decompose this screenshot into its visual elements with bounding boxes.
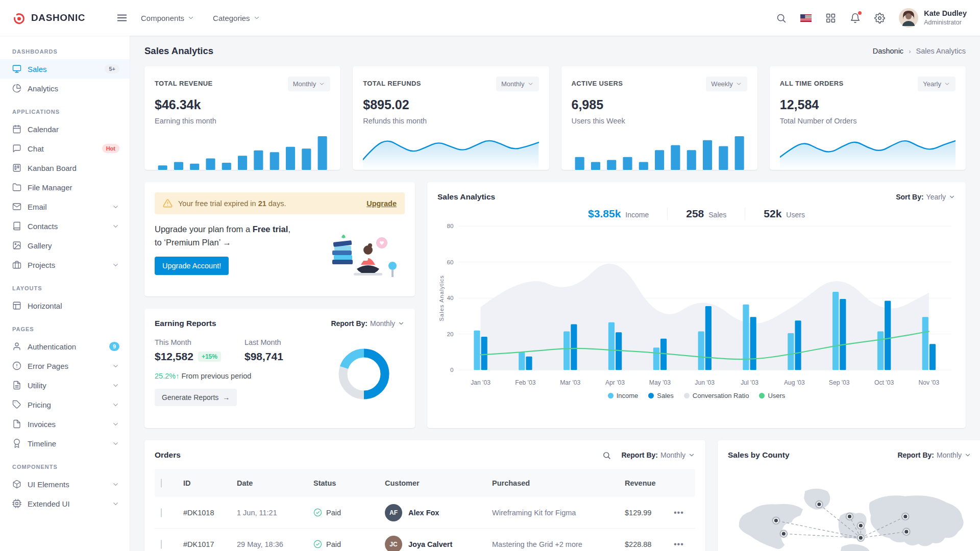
order-purchased: Mastering the Grid +2 more — [492, 540, 625, 548]
sidebar-item-error-pages[interactable]: Error Pages — [0, 356, 130, 375]
legend-sales[interactable]: Sales — [648, 392, 674, 399]
arrow-right-icon: → — [223, 393, 230, 402]
svg-text:0: 0 — [450, 366, 454, 373]
period-dropdown[interactable]: Weekly — [706, 77, 747, 91]
row-checkbox[interactable] — [161, 540, 162, 549]
contacts-icon — [12, 221, 21, 231]
revenue-spark — [155, 132, 330, 170]
order-purchased: Wireframing Kit for Figma — [492, 509, 625, 517]
sidebar-item-chat[interactable]: ChatHot — [0, 139, 130, 158]
sidebar-item-calendar[interactable]: Calendar — [0, 119, 130, 139]
column-revenue: Revenue — [625, 479, 674, 487]
upgrade-account-button[interactable]: Upgrade Account! — [155, 257, 229, 275]
sidebar-item-ui-elements[interactable]: UI Elements — [0, 474, 130, 494]
sidebar-item-email[interactable]: Email — [0, 197, 130, 216]
sidebar-item-contacts[interactable]: Contacts — [0, 216, 130, 236]
earning-reports-card: Earning Reports Report By: Monthly This … — [144, 309, 415, 428]
delta-badge: +15% — [198, 352, 221, 362]
stat-subtitle: Earning this month — [155, 117, 330, 125]
sidebar-item-timeline[interactable]: Timeline — [0, 434, 130, 453]
sidebar-item-authentication[interactable]: Authentication9 — [0, 337, 130, 356]
sidebar-item-invoices[interactable]: Invoices — [0, 414, 130, 434]
projects-icon — [12, 260, 21, 269]
timeline-icon — [12, 439, 21, 448]
stat-value: $895.02 — [363, 97, 538, 112]
nav-item-components[interactable]: Components — [141, 14, 194, 22]
language-flag-icon[interactable] — [800, 14, 812, 22]
order-date: 29 May, 18:36 — [237, 540, 313, 548]
sidebar-item-file-manager[interactable]: File Manager — [0, 178, 130, 197]
stat-subtitle: Refunds this month — [363, 117, 538, 125]
order-customer[interactable]: AFAlex Fox — [385, 504, 492, 521]
breadcrumb-item-dashonic[interactable]: Dashonic — [873, 47, 903, 55]
generate-reports-button[interactable]: Generate Reports→ — [155, 389, 237, 406]
upgrade-link[interactable]: Upgrade — [366, 199, 397, 208]
svg-text:80: 80 — [447, 222, 454, 229]
period-dropdown[interactable]: Monthly — [288, 77, 331, 91]
orders-report-by-dropdown[interactable]: Report By: Monthly — [621, 451, 695, 459]
svg-text:Jul '03: Jul '03 — [741, 379, 758, 386]
sidebar-item-pricing[interactable]: Pricing — [0, 395, 130, 414]
notifications-bell-icon[interactable] — [850, 13, 861, 23]
upgrade-illustration — [327, 226, 404, 287]
sidebar-item-utility[interactable]: Utility — [0, 375, 130, 395]
sidebar-item-horizontal[interactable]: Horizontal — [0, 296, 130, 315]
chevron-down-icon — [112, 222, 119, 230]
user-menu[interactable]: Kate Dudley Administrator — [899, 8, 967, 28]
sidebar-item-extended-ui[interactable]: Extended UI — [0, 494, 130, 513]
extended-ui-icon — [12, 499, 21, 508]
stat-card-active-users: ACTIVE USERS Weekly 6,985 Users this Wee… — [561, 66, 757, 170]
sidebar-item-sales[interactable]: Sales5+ — [0, 59, 130, 79]
brand-logo[interactable]: DASHONIC — [0, 11, 116, 25]
authentication-icon — [12, 342, 21, 351]
sort-by-dropdown[interactable]: Sort By: Yearly — [896, 193, 955, 201]
svg-text:Jan '03: Jan '03 — [471, 379, 491, 386]
svg-text:Mar '03: Mar '03 — [560, 379, 580, 386]
earning-report-by-dropdown[interactable]: Report By: Monthly — [331, 319, 405, 328]
county-report-by-dropdown[interactable]: Report By: Monthly — [897, 451, 971, 459]
sidebar-item-gallery[interactable]: Gallery — [0, 236, 130, 255]
svg-text:May '03: May '03 — [649, 379, 671, 386]
legend-dot — [608, 393, 614, 398]
chat-icon — [12, 144, 21, 153]
order-status: Paid — [313, 540, 385, 548]
svg-text:Oct '03: Oct '03 — [874, 379, 894, 386]
badge: 5+ — [105, 64, 119, 73]
sidebar-item-analytics[interactable]: Analytics — [0, 79, 130, 98]
stat-value: 6,985 — [572, 97, 747, 112]
world-map — [728, 467, 971, 551]
row-checkbox[interactable] — [161, 508, 162, 517]
legend-users[interactable]: Users — [759, 392, 785, 399]
sales-by-county-card: Sales by County Report By: Monthly — [718, 440, 980, 551]
search-icon[interactable] — [776, 13, 787, 23]
order-status: Paid — [313, 508, 385, 517]
sidebar-item-projects[interactable]: Projects — [0, 255, 130, 274]
apps-grid-icon[interactable] — [825, 13, 836, 23]
select-all-checkbox[interactable] — [161, 479, 162, 488]
menu-toggle-button[interactable] — [116, 12, 128, 23]
stat-cards-row: TOTAL REVENUE Monthly $46.34k Earning th… — [144, 66, 966, 170]
chevron-down-icon — [948, 193, 955, 201]
horizontal-icon — [12, 301, 21, 310]
settings-gear-icon[interactable] — [874, 13, 885, 23]
legend-conversation-ratio[interactable]: Conversation Ratio — [684, 392, 749, 399]
column-customer: Customer — [385, 479, 492, 487]
period-dropdown[interactable]: Yearly — [918, 77, 955, 91]
row-actions-menu[interactable]: ••• — [674, 540, 684, 549]
stat-subtitle: Total Number of Orders — [780, 117, 955, 125]
column-status: Status — [313, 479, 385, 487]
column-id: ID — [183, 479, 237, 487]
orders-search-icon[interactable] — [602, 451, 611, 460]
chevron-down-icon — [112, 203, 119, 211]
period-dropdown[interactable]: Monthly — [496, 77, 539, 91]
legend-income[interactable]: Income — [608, 392, 639, 399]
order-customer[interactable]: JCJoya Calvert — [385, 536, 492, 551]
sales-analytics-chart: 020406080Jan '03Feb '03Mar '03Apr '03May… — [437, 220, 955, 391]
svg-text:Apr '03: Apr '03 — [605, 379, 625, 386]
sidebar-item-kanban-board[interactable]: Kanban Board — [0, 158, 130, 178]
chevron-down-icon — [944, 81, 950, 87]
row-actions-menu[interactable]: ••• — [674, 508, 684, 517]
nav-item-categories[interactable]: Categories — [213, 14, 260, 22]
customer-avatar: AF — [385, 504, 402, 521]
sidebar-section-applications: APPLICATIONS — [0, 98, 130, 119]
